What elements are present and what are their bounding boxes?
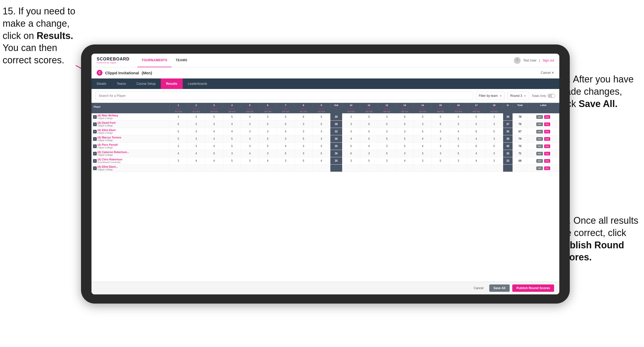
score-hole-4[interactable]: 5 [223,143,241,150]
score-hole-1[interactable]: 3 [169,157,187,165]
subtab-details[interactable]: Details [91,79,112,89]
score-hole-3[interactable]: 4 [205,135,223,143]
score-hole-5[interactable]: 3 [241,143,259,150]
score-hole-13[interactable]: 5 [396,135,413,143]
score-hole-16[interactable]: 5 [450,150,467,157]
score-hole-18[interactable]: 3 [485,135,503,143]
dq-button[interactable]: DQ [544,152,550,155]
score-hole-16[interactable]: 5 [450,135,467,143]
score-hole-11[interactable]: 5 [360,113,378,121]
subtab-leaderboards[interactable]: Leaderboards [183,79,212,89]
score-hole-14[interactable]: 3 [414,150,432,157]
score-hole-15[interactable]: 3 [432,150,449,157]
score-hole-10[interactable] [342,165,360,172]
score-hole-15[interactable] [432,165,449,172]
score-hole-2[interactable]: 4 [187,157,205,165]
score-hole-11[interactable] [360,165,378,172]
subtab-coursesetup[interactable]: Course Setup [131,79,161,89]
score-hole-9[interactable]: 5 [312,150,330,157]
score-hole-9[interactable]: 3 [312,128,330,135]
score-hole-17[interactable] [467,165,485,172]
wd-button[interactable]: WD [536,115,543,119]
dq-button[interactable]: DQ [544,159,550,163]
score-hole-4[interactable]: 3 [223,150,241,157]
score-hole-18[interactable]: 3 [485,157,503,165]
score-hole-7[interactable]: 5 [277,150,294,157]
score-hole-2[interactable]: 4 [187,150,205,157]
score-hole-13[interactable]: 5 [396,143,413,150]
score-hole-15[interactable]: 5 [432,121,449,128]
wd-button[interactable]: WD [536,137,543,141]
score-hole-13[interactable]: 3 [396,128,413,135]
score-hole-8[interactable]: 3 [295,143,312,150]
save-all-button[interactable]: Save All [489,284,510,292]
score-hole-11[interactable]: 5 [360,128,378,135]
wd-button[interactable]: WD [536,122,543,126]
score-hole-13[interactable]: 4 [396,157,413,165]
score-hole-13[interactable]: 6 [396,113,413,121]
score-hole-12[interactable]: 3 [378,157,396,165]
score-hole-17[interactable]: 4 [467,150,485,157]
score-hole-13[interactable]: 5 [396,121,413,128]
score-hole-6[interactable]: 3 [259,128,277,135]
score-hole-1[interactable] [169,165,187,172]
score-hole-2[interactable]: 3 [187,128,205,135]
score-hole-6[interactable] [259,165,277,172]
score-hole-12[interactable]: 5 [378,121,396,128]
totals-toggle-switch[interactable] [548,94,555,98]
dq-button[interactable]: DQ [544,137,550,141]
score-hole-4[interactable]: 5 [223,135,241,143]
score-hole-4[interactable]: 4 [223,128,241,135]
score-hole-1[interactable]: 3 [169,143,187,150]
score-hole-2[interactable]: 3 [187,143,205,150]
score-hole-3[interactable]: 5 [205,113,223,121]
score-hole-16[interactable] [450,165,467,172]
publish-button[interactable]: Publish Round Scores [512,284,554,292]
score-hole-6[interactable]: 3 [259,113,277,121]
score-hole-3[interactable]: 4 [205,128,223,135]
score-hole-11[interactable]: 5 [360,121,378,128]
score-hole-6[interactable]: 4 [259,157,277,165]
score-hole-7[interactable] [277,165,294,172]
score-hole-17[interactable]: 4 [467,135,485,143]
score-hole-18[interactable]: 3 [485,121,503,128]
score-hole-10[interactable]: 3 [342,157,360,165]
score-hole-9[interactable]: 4 [312,157,330,165]
score-hole-18[interactable]: 3 [485,113,503,121]
score-hole-9[interactable]: 3 [312,135,330,143]
score-hole-14[interactable]: 3 [414,157,432,165]
score-hole-12[interactable] [378,165,396,172]
score-hole-2[interactable] [187,165,205,172]
score-hole-4[interactable]: 5 [223,157,241,165]
score-hole-8[interactable]: 3 [295,150,312,157]
score-hole-7[interactable]: 5 [277,128,294,135]
score-hole-6[interactable]: 5 [259,143,277,150]
score-hole-12[interactable]: 3 [378,143,396,150]
search-input[interactable] [95,92,473,100]
dq-button[interactable]: DQ [544,166,550,170]
score-hole-1[interactable]: 4 [169,150,187,157]
score-hole-1[interactable]: 5 [169,135,187,143]
score-hole-14[interactable]: 4 [414,143,432,150]
score-hole-13[interactable]: 3 [396,150,413,157]
score-hole-11[interactable]: 3 [360,150,378,157]
score-hole-8[interactable]: 5 [295,157,312,165]
score-hole-9[interactable]: 5 [312,121,330,128]
score-hole-16[interactable]: 3 [450,157,467,165]
score-hole-3[interactable]: 4 [205,143,223,150]
score-hole-3[interactable]: 3 [205,121,223,128]
wd-button[interactable]: WD [536,130,543,133]
score-hole-7[interactable]: 3 [277,157,294,165]
score-hole-8[interactable]: 3 [295,128,312,135]
score-hole-14[interactable]: 3 [414,113,432,121]
score-hole-14[interactable]: 3 [414,121,432,128]
score-hole-11[interactable]: 5 [360,157,378,165]
cancel-button[interactable]: Cancel [470,285,486,292]
wd-button[interactable]: WD [536,166,543,170]
score-hole-7[interactable]: 5 [277,113,294,121]
score-hole-5[interactable]: 3 [241,135,259,143]
score-hole-8[interactable] [295,165,312,172]
score-hole-10[interactable]: 5 [342,143,360,150]
score-hole-16[interactable]: 4 [450,128,467,135]
score-hole-10[interactable]: 4 [342,135,360,143]
